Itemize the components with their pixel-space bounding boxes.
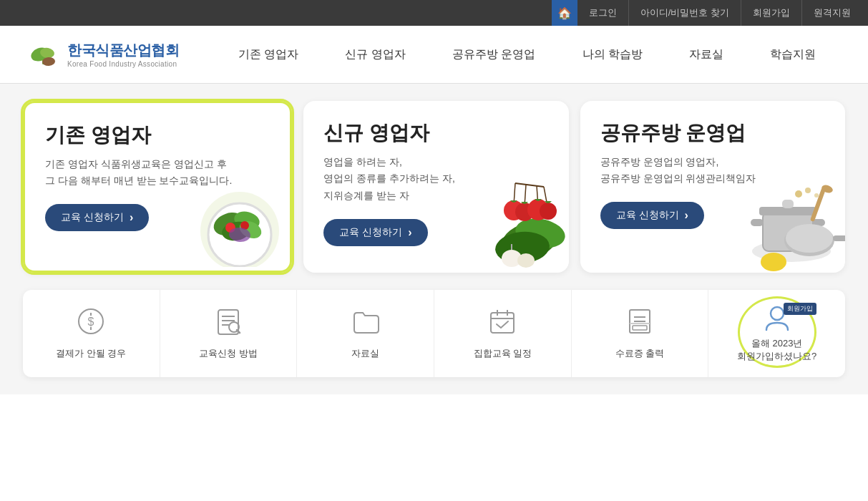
nav-new-business[interactable]: 신규 영업자 [336, 42, 414, 68]
logo-icon [29, 39, 60, 70]
main-nav: 기존 영업자 신규 영업자 공유주방 운영업 나의 학습방 자료실 학습지원 [186, 42, 839, 68]
card2-arrow-icon: › [408, 226, 411, 239]
svg-rect-35 [751, 219, 764, 226]
svg-line-55 [237, 330, 240, 333]
svg-line-21 [515, 183, 544, 187]
svg-rect-63 [633, 326, 647, 330]
svg-point-42 [805, 188, 811, 193]
card3-title: 공유주방 운영업 [600, 121, 825, 145]
payment-icon: $ [77, 307, 105, 341]
home-button[interactable]: 🏠 [552, 0, 577, 26]
bottom-icons-row: $ 결제가 안될 경우 교육신청 방법 [23, 290, 845, 377]
card1-food-image [179, 160, 286, 267]
svg-point-43 [814, 193, 819, 198]
icon-certificate-print[interactable]: 수료증 출력 [572, 290, 709, 377]
card3-food-image [731, 158, 845, 273]
certificate-print-label: 수료증 출력 [615, 347, 665, 360]
svg-rect-44 [810, 187, 826, 222]
card-new-business: 신규 영업자 영업을 하려는 자,영업의 종류를 추가하려는 자,지위승계를 받… [303, 101, 568, 273]
icon-class-schedule[interactable]: 집합교육 일정 [434, 290, 572, 377]
svg-text:$: $ [88, 316, 94, 328]
header: 한국식품산업협회 Korea Food Industry Association… [0, 26, 868, 84]
nav-resources[interactable]: 자료실 [681, 42, 732, 68]
top-bar-links: 로그인 아이디/비밀번호 찾기 회원가입 원격지원 [577, 0, 862, 26]
certificate-icon [625, 307, 654, 341]
member-badge: 회원가입 [784, 303, 816, 315]
icon-member-signup[interactable]: 회원가입 올해 2023년회원가입하셨나요? [708, 290, 845, 377]
card1-arrow-icon: › [130, 211, 133, 224]
svg-rect-56 [491, 313, 514, 333]
remote-support-link[interactable]: 원격지원 [802, 0, 862, 26]
logo-korean-text: 한국식품산업협회 [67, 41, 179, 60]
top-bar: 🏠 로그인 아이디/비밀번호 찾기 회원가입 원격지원 [0, 0, 868, 26]
payment-label: 결제가 안될 경우 [56, 347, 126, 360]
svg-rect-64 [630, 323, 650, 324]
education-icon [214, 307, 243, 341]
cards-row: 기존 영업자 기존 영업자 식품위생교육은 영업신고 후그 다음 해부터 매년 … [23, 101, 845, 273]
nav-existing-business[interactable]: 기존 영업자 [230, 42, 307, 68]
card2-food-image [458, 155, 565, 269]
login-link[interactable]: 로그인 [577, 0, 629, 26]
main-content: 기존 영업자 기존 영업자 식품위생교육은 영업신고 후그 다음 해부터 매년 … [0, 84, 868, 394]
folder-icon [351, 307, 380, 341]
member-signup-label: 올해 2023년회원가입하셨나요? [737, 337, 816, 363]
logo-english-text: Korea Food Industry Association [67, 60, 179, 68]
svg-rect-39 [833, 235, 845, 241]
logo[interactable]: 한국식품산업협회 Korea Food Industry Association [29, 39, 186, 70]
svg-point-65 [771, 307, 784, 320]
card3-arrow-icon: › [685, 209, 688, 222]
card2-apply-button[interactable]: 교육 신청하기 › [323, 219, 427, 246]
nav-my-study[interactable]: 나의 학습방 [574, 42, 651, 68]
resources-label: 자료실 [351, 347, 379, 360]
nav-learning-support[interactable]: 학습지원 [761, 42, 824, 68]
nav-shared-kitchen[interactable]: 공유주방 운영업 [444, 42, 544, 68]
card1-apply-button[interactable]: 교육 신청하기 › [45, 204, 149, 231]
card2-title: 신규 영업자 [323, 121, 548, 145]
svg-point-41 [795, 190, 802, 198]
logo-text: 한국식품산업협회 Korea Food Industry Association [67, 41, 179, 68]
education-apply-label: 교육신청 방법 [199, 347, 258, 360]
svg-rect-34 [782, 200, 794, 208]
card-existing-business: 기존 영업자 기존 영업자 식품위생교육은 영업신고 후그 다음 해부터 매년 … [23, 101, 292, 273]
icon-education-apply[interactable]: 교육신청 방법 [160, 290, 298, 377]
card-shared-kitchen: 공유주방 운영업 공유주방 운영업의 영업자,공유주방 운영업의 위생관리책임자… [580, 101, 845, 273]
signup-link[interactable]: 회원가입 [741, 0, 802, 26]
find-id-link[interactable]: 아이디/비밀번호 찾기 [629, 0, 741, 26]
svg-point-40 [761, 253, 786, 271]
icon-resources[interactable]: 자료실 [297, 290, 434, 377]
icon-payment[interactable]: $ 결제가 안될 경우 [23, 290, 160, 377]
card3-apply-button[interactable]: 교육 신청하기 › [600, 202, 704, 229]
svg-point-19 [517, 253, 535, 268]
card1-title: 기존 영업자 [45, 123, 270, 147]
calendar-icon [488, 307, 517, 341]
svg-point-38 [786, 224, 833, 253]
svg-point-29 [540, 203, 557, 220]
class-schedule-label: 집합교육 일정 [474, 347, 532, 360]
